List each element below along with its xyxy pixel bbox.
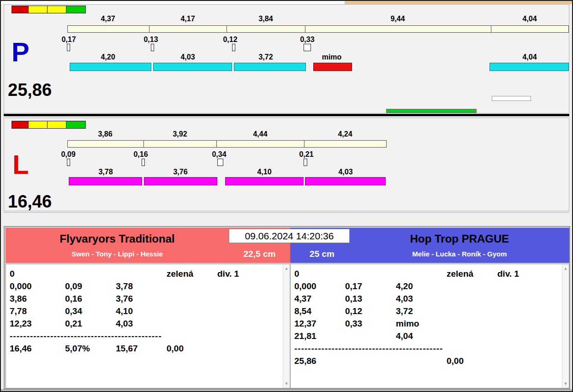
table-summary-cell: 5,07%	[65, 344, 90, 354]
split-time-label: 3,92	[173, 130, 187, 138]
crossing-time-label: 0,33	[300, 36, 314, 44]
scroll-down-icon[interactable]: ▼	[562, 381, 569, 386]
lane-l-panel: 3,86 3,92 4,44 4,24 0,09 0,16 0,34 0,21 …	[4, 118, 569, 211]
start-light-red	[12, 121, 29, 129]
table-cell: 4,37	[294, 294, 311, 304]
section-separator-line	[4, 212, 569, 213]
split-time-label: 4,17	[180, 15, 195, 23]
team-right-result-table[interactable]: 0 zelená div. 1 0,000 0,17 4,20 4,37 0,1…	[290, 264, 569, 388]
table-separator: ----------------------------------------…	[10, 331, 162, 341]
crossing-time-label: 0,21	[299, 150, 313, 159]
table-cell: 3,86	[10, 294, 27, 304]
crossing-time-label: 0,09	[61, 150, 75, 159]
table-cell: 0,13	[345, 294, 362, 304]
split-time-label: 4,37	[101, 15, 115, 23]
scroll-down-icon[interactable]: ▼	[283, 381, 290, 386]
table-cell: 0	[10, 269, 15, 279]
table-cell: 0,16	[65, 294, 82, 304]
crossing-marker	[67, 44, 70, 51]
split-segment	[68, 26, 149, 32]
lane-p-total-time: 25,86	[8, 80, 52, 100]
run-bar	[153, 63, 232, 71]
run-time-label: 4,03	[180, 53, 195, 61]
run-bar	[234, 63, 306, 71]
scroll-up-icon[interactable]: ▲	[562, 266, 569, 271]
team-right-name: Hop Trop PRAGUE	[350, 232, 569, 245]
table-cell: 3,78	[116, 281, 133, 291]
run-time-label: 3,76	[173, 168, 187, 176]
crossing-marker	[151, 44, 154, 51]
table-cell: 4,20	[396, 281, 413, 291]
start-light-yellow-1	[28, 121, 48, 129]
table-scrollbar[interactable]: ▲ ▼	[283, 264, 290, 388]
split-time-label: 3,86	[98, 130, 112, 138]
split-segment	[217, 141, 304, 147]
table-cell: 12,37	[294, 319, 316, 329]
table-summary-cell: 0,00	[167, 344, 184, 354]
scroll-up-icon[interactable]: ▲	[283, 266, 290, 271]
start-light-red	[12, 6, 29, 13]
table-cell: div. 1	[497, 269, 519, 279]
run-time-label: 4,03	[338, 168, 352, 176]
table-cell: 8,54	[294, 306, 311, 316]
table-cell: zelená	[447, 269, 473, 279]
split-time-label: 4,04	[522, 15, 537, 23]
table-cell: 21,81	[294, 331, 316, 341]
green-progress-bar	[386, 109, 477, 113]
table-summary-cell: 15,67	[116, 344, 138, 354]
table-cell: 0,000	[10, 281, 32, 291]
timing-app-window: 4,37 4,17 3,84 9,44 4,04 0,17 0,13 0,12 …	[0, 0, 573, 392]
table-summary-cell: 16,46	[10, 344, 32, 354]
split-segment	[68, 141, 144, 147]
split-segment	[304, 141, 387, 147]
run-bar	[225, 177, 304, 185]
split-time-label: 9,44	[390, 15, 405, 23]
crossing-time-label: 0,13	[143, 36, 158, 44]
lane-l-letter: L	[12, 151, 29, 178]
split-time-label: 4,44	[253, 130, 267, 138]
results-section: Flyvaryors Traditional Swen - Tony - Lip…	[4, 226, 570, 389]
bottom-strip	[1, 389, 572, 392]
run-bar	[69, 177, 142, 185]
team-left-members: Swen - Tony - Lippi - Hessie	[25, 250, 209, 258]
run-bar	[70, 63, 151, 71]
crossing-marker	[304, 159, 307, 166]
split-segment	[491, 26, 569, 32]
lane-l-total-time: 16,46	[8, 192, 52, 212]
run-time-label: 4,04	[522, 53, 537, 61]
table-cell: 4,04	[396, 331, 413, 341]
run-time-label: mimo	[322, 53, 342, 61]
run-time-label: 3,78	[98, 168, 113, 176]
split-bar-l	[67, 140, 387, 148]
start-light-yellow-2	[47, 6, 66, 13]
crossing-marker	[217, 159, 223, 166]
team-left-jump-height: 22,5 cm	[229, 249, 290, 259]
progress-box	[492, 96, 531, 101]
start-lights-l	[12, 121, 86, 129]
top-strip-right	[345, 1, 572, 4]
crossing-time-label: 0,34	[212, 150, 226, 159]
run-time-label: 4,10	[257, 168, 271, 176]
team-left-result-table[interactable]: 0 zelená div. 1 0,000 0,09 3,78 3,86 0,1…	[6, 264, 290, 388]
table-scrollbar[interactable]: ▲ ▼	[562, 264, 569, 388]
table-cell: 3,72	[396, 306, 413, 316]
team-right-members: Melie - Lucka - Roník - Gyom	[350, 250, 569, 258]
team-right-jump-height: 25 cm	[297, 249, 347, 259]
crossing-marker	[67, 159, 70, 166]
lane-divider	[4, 114, 569, 116]
table-cell: 4,10	[116, 306, 133, 316]
table-summary-cell: 0,00	[447, 356, 464, 366]
run-bar	[144, 177, 217, 185]
table-cell: 4,03	[396, 294, 413, 304]
table-cell: 7,78	[10, 306, 27, 316]
table-cell: 12,23	[10, 319, 32, 329]
crossing-marker	[142, 159, 145, 166]
start-light-green	[66, 6, 86, 13]
table-cell: 0,17	[345, 281, 362, 291]
table-cell: 0,33	[345, 319, 362, 329]
crossing-time-label: 0,16	[133, 150, 148, 159]
table-cell: 0,12	[345, 306, 362, 316]
crossing-marker	[232, 44, 235, 51]
table-cell: mimo	[396, 319, 419, 329]
split-segment	[227, 26, 305, 32]
